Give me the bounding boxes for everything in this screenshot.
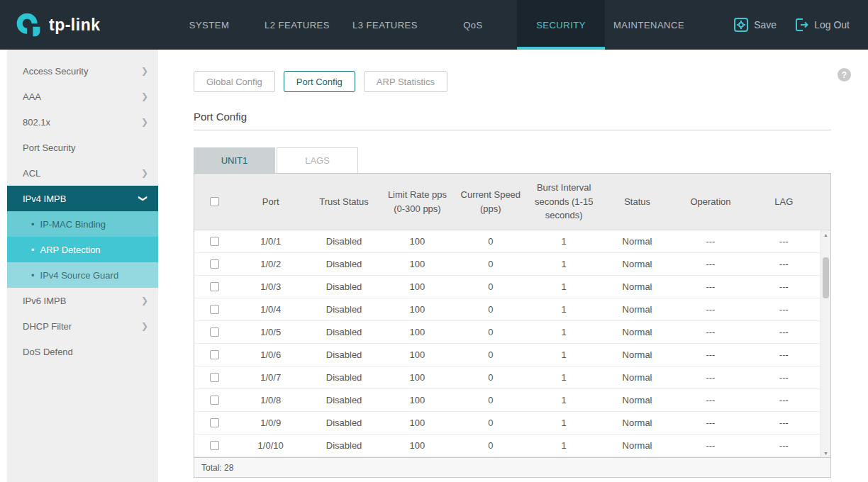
- cell-burst-interval: 1: [528, 349, 601, 360]
- cell-current-speed: 0: [454, 304, 527, 315]
- cell-status: Normal: [601, 440, 674, 451]
- scroll-down-icon[interactable]: ▼: [821, 449, 830, 457]
- cell-burst-interval: 1: [528, 440, 601, 451]
- cell-limit-rate: 100: [381, 440, 454, 451]
- bullet-icon: •: [31, 270, 35, 281]
- sidebar-item-arp-detection[interactable]: •ARP Detection: [7, 237, 158, 262]
- table-row: 1/0/8Disabled10001Normal------: [194, 389, 820, 412]
- row-checkbox[interactable]: [210, 350, 219, 359]
- cell-limit-rate: 100: [381, 236, 454, 247]
- nav-item-maintenance[interactable]: MAINTENANCE: [605, 0, 693, 50]
- scrollbar-thumb[interactable]: [823, 257, 829, 298]
- cell-burst-interval: 1: [528, 259, 601, 269]
- logout-button[interactable]: Log Out: [794, 17, 850, 33]
- chevron-right-icon: ❯: [141, 91, 148, 101]
- nav-item-system[interactable]: SYSTEM: [165, 0, 253, 50]
- cell-operation: ---: [674, 440, 747, 451]
- unit-tab-unit1[interactable]: UNIT1: [194, 147, 275, 173]
- cell-trust-status: Disabled: [307, 304, 380, 315]
- table-row: 1/0/2Disabled10001Normal------: [194, 253, 820, 276]
- cell-port: 1/0/7: [234, 372, 307, 383]
- column-header-lag: LAG: [747, 191, 820, 213]
- tab-port-config[interactable]: Port Config: [284, 71, 355, 92]
- cell-status: Normal: [601, 327, 674, 337]
- logout-label: Log Out: [814, 19, 850, 30]
- row-checkbox[interactable]: [210, 418, 219, 427]
- sidebar-item-label: IPv4 IMPB: [23, 194, 66, 204]
- chevron-right-icon: ❯: [141, 66, 148, 76]
- row-checkbox[interactable]: [210, 373, 219, 382]
- cell-status: Normal: [601, 349, 674, 360]
- select-all-checkbox[interactable]: [210, 197, 219, 206]
- cell-current-speed: 0: [454, 440, 527, 451]
- tab-global-config[interactable]: Global Config: [194, 71, 275, 92]
- sidebar-item-port-security[interactable]: Port Security: [7, 135, 158, 160]
- nav-item-security[interactable]: SECURITY: [517, 0, 605, 50]
- cell-port: 1/0/9: [234, 417, 307, 428]
- cell-status: Normal: [601, 372, 674, 383]
- sidebar-item-label: AAA: [23, 91, 41, 102]
- row-checkbox[interactable]: [210, 305, 219, 314]
- cell-current-speed: 0: [454, 372, 527, 383]
- table-footer: Total: 28: [194, 457, 830, 477]
- tp-link-logo-icon: [14, 11, 43, 39]
- cell-current-speed: 0: [454, 327, 527, 337]
- sidebar-item-dhcp-filter[interactable]: DHCP Filter❯: [7, 313, 158, 339]
- cell-lag: ---: [747, 327, 820, 337]
- row-checkbox[interactable]: [210, 441, 219, 450]
- cell-burst-interval: 1: [528, 304, 601, 315]
- help-icon[interactable]: ?: [838, 68, 851, 82]
- sidebar-item-label: DoS Defend: [23, 347, 73, 357]
- unit-tab-lags[interactable]: LAGS: [277, 147, 358, 173]
- sidebar-item-aaa[interactable]: AAA❯: [7, 84, 158, 109]
- tab-arp-statistics[interactable]: ARP Statistics: [364, 71, 447, 92]
- sidebar-item-acl[interactable]: ACL❯: [7, 160, 158, 186]
- save-icon: [733, 17, 749, 33]
- unit-tabs: UNIT1LAGS: [194, 147, 868, 173]
- cell-operation: ---: [674, 327, 747, 337]
- sidebar-item-ipv6-impb[interactable]: IPv6 IMPB❯: [7, 288, 158, 313]
- chevron-right-icon: ❯: [141, 168, 148, 178]
- cell-limit-rate: 100: [381, 395, 454, 405]
- nav-item-l3-features[interactable]: L3 FEATURES: [341, 0, 429, 50]
- table-row: 1/0/5Disabled10001Normal------: [194, 321, 820, 344]
- nav-item-l2-features[interactable]: L2 FEATURES: [253, 0, 341, 50]
- bullet-icon: •: [31, 219, 35, 230]
- cell-burst-interval: 1: [528, 236, 601, 247]
- row-checkbox[interactable]: [210, 259, 219, 269]
- sidebar-item-ip-mac-binding[interactable]: •IP-MAC Binding: [7, 211, 158, 237]
- scroll-up-icon[interactable]: ▲: [821, 230, 830, 239]
- sidebar-item-access-security[interactable]: Access Security❯: [7, 58, 158, 84]
- cell-lag: ---: [747, 236, 820, 247]
- cell-burst-interval: 1: [528, 395, 601, 405]
- row-checkbox[interactable]: [210, 237, 219, 246]
- cell-trust-status: Disabled: [307, 372, 380, 383]
- sidebar-item-label: IPv4 Source Guard: [40, 270, 119, 281]
- cell-trust-status: Disabled: [307, 417, 380, 428]
- sidebar-item-label: DHCP Filter: [23, 321, 72, 332]
- cell-trust-status: Disabled: [307, 440, 380, 451]
- table-row: 1/0/6Disabled10001Normal------: [194, 344, 820, 366]
- sidebar-item-802-1x[interactable]: 802.1x❯: [7, 109, 158, 135]
- nav-item-qos[interactable]: QoS: [429, 0, 517, 50]
- cell-limit-rate: 100: [381, 372, 454, 383]
- table-scrollbar[interactable]: ▲ ▼: [820, 230, 830, 457]
- save-button[interactable]: Save: [733, 17, 777, 33]
- cell-operation: ---: [674, 417, 747, 428]
- sidebar-item-label: 802.1x: [23, 117, 50, 128]
- sidebar-item-ipv4-source-guard[interactable]: •IPv4 Source Guard: [7, 262, 158, 288]
- sidebar-item-label: IP-MAC Binding: [40, 219, 106, 230]
- cell-lag: ---: [747, 349, 820, 360]
- row-checkbox[interactable]: [210, 396, 219, 405]
- row-checkbox[interactable]: [210, 282, 219, 291]
- sidebar-item-ipv4-impb[interactable]: IPv4 IMPB❯: [7, 186, 158, 211]
- sidebar-item-label: Access Security: [23, 66, 88, 77]
- cell-burst-interval: 1: [528, 372, 601, 383]
- row-checkbox[interactable]: [210, 327, 219, 337]
- cell-operation: ---: [674, 372, 747, 383]
- cell-port: 1/0/6: [234, 349, 307, 360]
- cell-current-speed: 0: [454, 236, 527, 247]
- sidebar-item-dos-defend[interactable]: DoS Defend: [7, 339, 158, 364]
- sidebar: Access Security❯AAA❯802.1x❯Port Security…: [7, 50, 158, 482]
- table-row: 1/0/9Disabled10001Normal------: [194, 412, 820, 435]
